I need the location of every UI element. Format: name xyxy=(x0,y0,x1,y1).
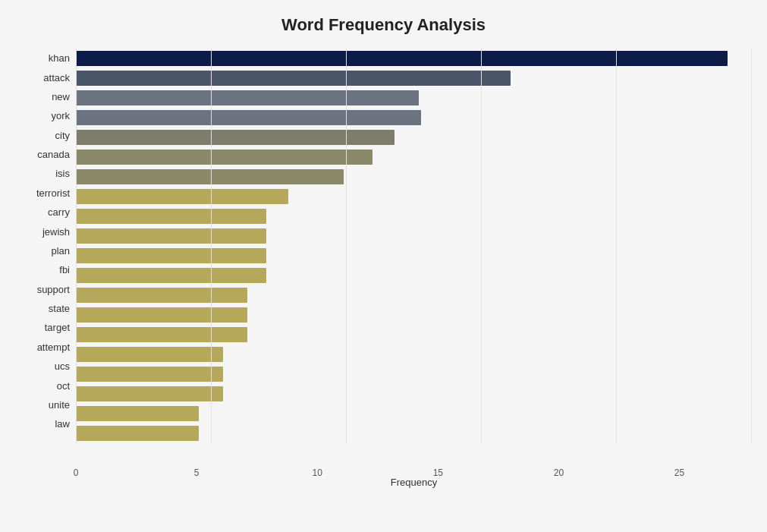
y-axis-label: khan xyxy=(49,49,70,68)
bar-row xyxy=(76,68,752,88)
y-axis-label: terrorist xyxy=(36,184,70,203)
y-axis-label: jewish xyxy=(42,222,70,241)
bar xyxy=(76,248,266,263)
x-tick: 20 xyxy=(554,467,564,478)
y-axis-label: ucs xyxy=(55,357,70,376)
bar-row xyxy=(76,88,752,108)
bar-row xyxy=(76,364,752,384)
x-tick: 15 xyxy=(433,467,443,478)
x-tick: 10 xyxy=(313,467,322,478)
chart-container: Word Frequency Analysis khanattacknewyor… xyxy=(0,0,767,532)
bar xyxy=(76,169,344,184)
bar-row xyxy=(76,147,752,167)
y-axis-label: new xyxy=(52,87,70,106)
y-axis: khanattacknewyorkcitycanadaisisterrorist… xyxy=(15,49,76,474)
x-axis: Frequency 0510152025 xyxy=(76,464,752,474)
x-tick: 5 xyxy=(194,467,200,478)
bar-row xyxy=(76,167,752,187)
bar xyxy=(76,110,421,125)
bar xyxy=(76,406,199,421)
bar-row xyxy=(76,305,752,325)
bar xyxy=(76,189,288,204)
bar xyxy=(76,228,266,244)
x-tick: 0 xyxy=(74,467,79,478)
bar-row xyxy=(76,187,752,206)
bar-row xyxy=(76,266,752,285)
y-axis-label: city xyxy=(55,126,71,145)
bar-row xyxy=(76,384,752,404)
bar-row xyxy=(76,206,752,226)
bar-row xyxy=(76,49,752,68)
bar-row xyxy=(76,345,752,364)
y-axis-label: canada xyxy=(37,145,70,164)
bar-row xyxy=(76,246,752,266)
y-axis-label: target xyxy=(45,318,70,337)
y-axis-label: law xyxy=(55,414,70,433)
bar xyxy=(76,71,511,86)
chart-title: Word Frequency Analysis xyxy=(15,15,752,35)
bar xyxy=(76,327,247,342)
bar xyxy=(76,386,223,401)
y-axis-label: support xyxy=(37,280,70,299)
x-tick: 25 xyxy=(674,467,684,478)
bar xyxy=(76,426,199,441)
bar xyxy=(76,90,419,105)
y-axis-label: fbi xyxy=(59,260,70,279)
y-axis-label: unite xyxy=(49,395,70,414)
bar xyxy=(76,268,266,283)
bar xyxy=(76,307,247,323)
bar-row xyxy=(76,127,752,147)
x-axis-label: Frequency xyxy=(391,477,437,488)
y-axis-label: attempt xyxy=(37,338,70,357)
bar-row xyxy=(76,226,752,246)
bar xyxy=(76,347,223,362)
bar xyxy=(76,130,395,145)
bar-row xyxy=(76,108,752,127)
bar xyxy=(76,367,223,382)
y-axis-label: york xyxy=(51,106,70,125)
y-axis-label: state xyxy=(49,299,70,318)
bar-row xyxy=(76,404,752,423)
bar-row xyxy=(76,325,752,345)
plot-area: Frequency 0510152025 xyxy=(76,49,752,474)
bar-row xyxy=(76,285,752,305)
y-axis-label: attack xyxy=(43,68,70,87)
chart-area: khanattacknewyorkcitycanadaisisterrorist… xyxy=(15,49,752,474)
bar xyxy=(76,150,372,165)
y-axis-label: carry xyxy=(48,203,70,222)
bar xyxy=(76,51,728,66)
y-axis-label: oct xyxy=(57,376,70,395)
bar xyxy=(76,209,266,224)
y-axis-label: isis xyxy=(55,164,70,183)
bar xyxy=(76,288,247,303)
y-axis-label: plan xyxy=(51,241,70,260)
bar-row xyxy=(76,423,752,443)
bars-container xyxy=(76,49,752,464)
